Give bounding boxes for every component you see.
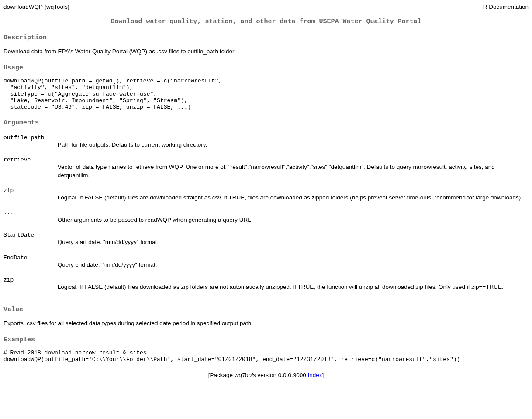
arg-desc: Logical. If FALSE (default) files are do… xyxy=(58,194,529,208)
page-title: Download water quality, station, and oth… xyxy=(3,18,529,25)
description-text: Download data from EPA's Water Quality P… xyxy=(3,48,529,55)
arg-name: outfile_path xyxy=(3,133,58,141)
arg-desc: Logical. If FALSE (default) files downlo… xyxy=(58,283,529,297)
arg-desc: Vector of data type names to retrieve fr… xyxy=(58,163,529,185)
arg-desc: Other arguments to be passed to readWQP … xyxy=(58,216,529,230)
arguments-table: outfile_pathPath for file outputs. Defau… xyxy=(3,133,529,297)
footer-prefix: [Package xyxy=(208,372,235,378)
footer-package-name: wqTools xyxy=(235,372,256,378)
section-arguments-heading: Arguments xyxy=(3,119,529,127)
arg-name: StartDate xyxy=(3,230,58,238)
section-examples-heading: Examples xyxy=(3,336,529,343)
footer-version: version 0.0.0.9000 xyxy=(256,372,308,378)
section-value-heading: Value xyxy=(3,306,529,313)
section-usage-heading: Usage xyxy=(3,64,529,72)
section-description-heading: Description xyxy=(3,34,529,41)
examples-code: # Read 2018 download narrow result & sit… xyxy=(3,350,529,363)
arg-desc: Path for file outputs. Defaults to curre… xyxy=(58,141,529,155)
usage-code: downloadWQP(outfile_path = getwd(), retr… xyxy=(3,78,529,110)
value-text: Exports .csv files for all selected data… xyxy=(3,319,529,327)
arg-desc: Query end date. "mm/dd/yyyy" format. xyxy=(58,261,529,275)
arg-name: zip xyxy=(3,185,58,194)
footer-suffix: ] xyxy=(322,372,324,378)
arg-name: EndDate xyxy=(3,253,58,261)
arg-name: retrieve xyxy=(3,155,58,163)
footer-divider xyxy=(3,368,529,368)
footer-index-link[interactable]: Index xyxy=(307,372,322,378)
footer: [Package wqTools version 0.0.0.9000 Inde… xyxy=(3,372,529,378)
header-table: downloadWQP {wqTools} R Documentation xyxy=(3,3,529,10)
arg-name: ... xyxy=(3,208,58,216)
arg-name: zip xyxy=(3,275,58,283)
header-left: downloadWQP {wqTools} xyxy=(3,3,314,10)
header-right: R Documentation xyxy=(314,3,529,10)
arg-desc: Query start date. "mm/dd/yyyy" format. xyxy=(58,238,529,252)
